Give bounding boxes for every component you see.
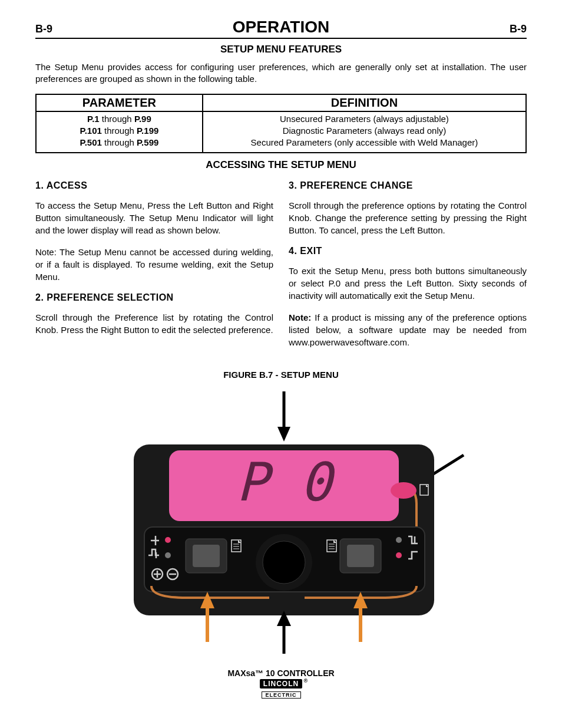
left-column: 1. ACCESS To access the Setup Menu, Pres… <box>35 178 273 358</box>
page-header: B-9 OPERATION B-9 <box>35 18 527 39</box>
figure-caption: FIGURE B.7 - SETUP MENU <box>35 370 527 380</box>
section-subtitle: SETUP MENU FEATURES <box>35 44 527 55</box>
svg-point-5 <box>165 537 171 543</box>
step2-paragraph: Scroll through the Preference list by ro… <box>35 311 273 336</box>
step1-title: 1. ACCESS <box>35 180 273 191</box>
page-title: OPERATION <box>52 18 510 37</box>
svg-point-9 <box>396 537 402 543</box>
accessing-heading: ACCESSING THE SETUP MENU <box>35 159 527 171</box>
parameter-table: PARAMETER DEFINITION P.1 through P.99 P.… <box>35 94 527 154</box>
indicator-right <box>391 482 416 499</box>
step3-title: 3. PREFERENCE CHANGE <box>289 180 527 191</box>
right-column: 3. PREFERENCE CHANGE Scroll through the … <box>289 178 527 358</box>
right-button[interactable] <box>340 539 381 573</box>
step4-paragraph: To exit the Setup Menu, press both butto… <box>289 265 527 302</box>
svg-point-18 <box>263 541 305 584</box>
arrow-top-icon <box>277 391 290 442</box>
step1-paragraph1: To access the Setup Menu, Press the Left… <box>35 199 273 236</box>
th-parameter: PARAMETER <box>36 94 203 111</box>
definition-cell: Unsecured Parameters (always adjustable)… <box>203 111 526 153</box>
intro-paragraph: The Setup Menu provides access for confi… <box>35 61 527 85</box>
svg-rect-12 <box>193 545 220 567</box>
svg-point-10 <box>396 552 402 558</box>
svg-point-6 <box>165 552 171 558</box>
display-text: P 0 <box>236 451 336 513</box>
logo-bottom-text: ELECTRIC <box>262 691 301 699</box>
svg-rect-20 <box>347 545 374 567</box>
param-cell: P.1 through P.99 P.101 through P.199 P.5… <box>36 111 203 153</box>
step2-title: 2. PREFERENCE SELECTION <box>35 292 273 303</box>
step1-paragraph2: Note: The Setup Menu cannot be accessed … <box>35 246 273 283</box>
device-figure: P 0 <box>35 386 527 657</box>
control-knob[interactable] <box>256 534 312 591</box>
svg-marker-1 <box>277 427 290 442</box>
th-definition: DEFINITION <box>203 94 526 111</box>
page-number-right: B-9 <box>510 23 527 35</box>
product-name: MAXsa™ 10 CONTROLLER <box>35 668 527 678</box>
left-button[interactable] <box>186 539 227 573</box>
brand-logo: LINCOLN ® ELECTRIC <box>35 678 527 699</box>
step3-paragraph: Scroll through the preference options by… <box>289 199 527 236</box>
page-footer: MAXsa™ 10 CONTROLLER LINCOLN ® ELECTRIC <box>35 668 527 699</box>
controller-diagram: P 0 <box>92 386 470 657</box>
logo-top-text: LINCOLN ® <box>260 679 302 689</box>
arrow-knob-icon <box>277 611 291 654</box>
step4-note: Note: If a product is missing any of the… <box>289 311 527 348</box>
page-number-left: B-9 <box>35 23 52 35</box>
step4-title: 4. EXIT <box>289 246 527 256</box>
instructions-columns: 1. ACCESS To access the Setup Menu, Pres… <box>35 178 527 358</box>
